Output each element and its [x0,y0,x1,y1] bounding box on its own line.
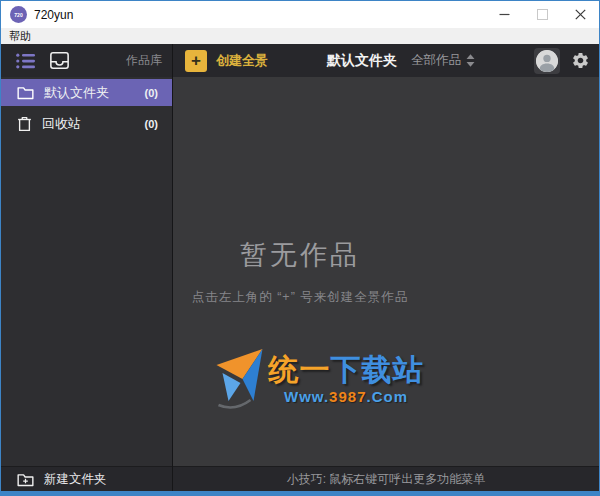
plus-icon[interactable]: + [185,50,207,72]
user-icon [536,50,558,72]
maximize-button[interactable] [523,1,561,28]
list-icon [16,53,35,69]
minimize-button[interactable] [485,1,523,28]
works-area: 暂无作品 点击左上角的 “+” 号来创建全景作品 统一下载站 [173,77,599,466]
current-folder-title: 默认文件夹 [327,52,397,70]
titlebar: 720 720yun [1,1,599,28]
status-tip: 小技巧: 鼠标右键可呼出更多功能菜单 [287,471,486,488]
avatar [536,50,558,72]
close-icon [575,9,586,20]
sort-arrows-icon [466,54,475,67]
works-filter-label: 全部作品 [411,52,461,69]
watermark-url-prefix: Www. [284,388,329,405]
folder-plus-icon [17,472,34,487]
watermark-name-blue: 下载站 [331,353,424,386]
app-window: 720 720yun 帮助 [0,0,600,496]
folder-icon [17,85,34,100]
watermark-site-name: 统一下载站 [269,353,424,386]
watermark-url-number: 3987 [329,388,366,405]
library-label: 作品库 [126,52,162,69]
watermark-url: Www.3987.Com [284,388,408,405]
empty-state: 暂无作品 点击左上角的 “+” 号来创建全景作品 [192,237,409,306]
inbox-icon [49,51,70,70]
menu-help[interactable]: 帮助 [1,28,39,44]
menubar: 帮助 [1,28,599,44]
watermark-texts: 统一下载站 Www.3987.Com [269,353,424,405]
list-view-button[interactable] [13,49,37,73]
new-folder-button[interactable]: 新建文件夹 [1,466,172,491]
app-icon-text: 720 [14,12,22,18]
statusbar: 小技巧: 鼠标右键可呼出更多功能菜单 [173,466,599,491]
empty-state-subtitle: 点击左上角的 “+” 号来创建全景作品 [192,289,409,306]
empty-state-title: 暂无作品 [192,237,409,273]
gear-icon [571,51,590,70]
create-panorama-button[interactable]: + 创建全景 [185,50,268,72]
sidebar-header: 作品库 [1,44,172,77]
trash-icon [17,116,32,132]
toolbar-center: 默认文件夹 全部作品 [327,52,475,70]
window-controls [485,1,599,28]
library-button[interactable] [47,49,71,73]
folder-count: (0) [145,118,158,130]
create-panorama-label: 创建全景 [216,52,268,70]
sidebar-item-default-folder[interactable]: 默认文件夹 (0) [1,79,172,106]
watermark-url-suffix: .Com [366,388,408,405]
folder-list: 默认文件夹 (0) 回收站 (0) [1,77,172,466]
toolbar-right [534,48,591,74]
window-title: 720yun [34,8,73,22]
body: 作品库 默认文件夹 (0) 回收站 (0) [1,44,599,491]
sidebar-item-recycle-bin[interactable]: 回收站 (0) [1,110,172,137]
watermark-logo-icon [215,347,265,411]
account-button[interactable] [534,48,560,74]
folder-label: 回收站 [42,115,81,133]
close-button[interactable] [561,1,599,28]
watermark: 统一下载站 Www.3987.Com [215,347,424,411]
main-panel: + 创建全景 默认文件夹 全部作品 [173,44,599,491]
folder-count: (0) [145,87,158,99]
new-folder-label: 新建文件夹 [44,471,107,488]
settings-button[interactable] [569,50,591,72]
sidebar: 作品库 默认文件夹 (0) 回收站 (0) [1,44,173,491]
works-filter-dropdown[interactable]: 全部作品 [411,52,475,69]
main-toolbar: + 创建全景 默认文件夹 全部作品 [173,44,599,77]
folder-label: 默认文件夹 [44,84,109,102]
maximize-icon [537,9,548,20]
minimize-icon [499,9,510,20]
app-icon: 720 [10,6,27,23]
watermark-name-orange: 统一 [269,353,331,386]
